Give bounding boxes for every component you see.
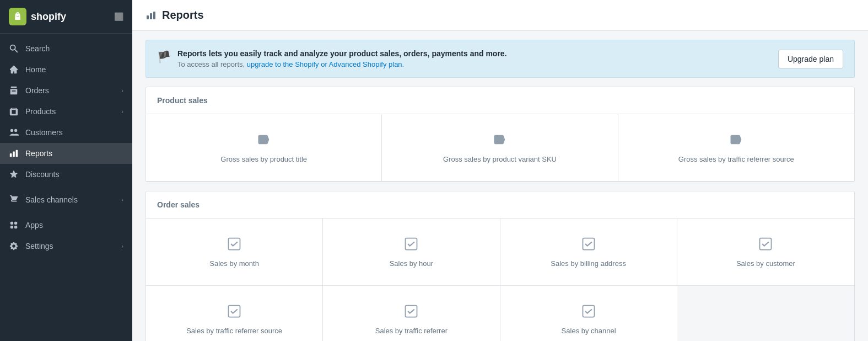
report-label-sales-by-traffic-source: Sales by traffic referrer source <box>186 327 282 335</box>
customers-icon <box>9 127 19 137</box>
svg-rect-0 <box>229 238 240 250</box>
product-sales-section: Product sales Gross sales by product tit… <box>145 87 855 182</box>
sidebar-item-products[interactable]: Products › <box>0 101 132 122</box>
discounts-icon <box>9 169 19 179</box>
settings-icon <box>9 241 19 251</box>
tag-icon-3 <box>729 132 744 150</box>
logo-text: shopify <box>31 11 66 23</box>
sidebar-item-settings-label: Settings <box>25 242 53 251</box>
page-title: Reports <box>162 9 204 22</box>
content-area: Product sales Gross sales by product tit… <box>132 78 868 341</box>
report-label-gross-by-referrer: Gross sales by traffic referrer source <box>678 155 794 163</box>
report-label-gross-by-title: Gross sales by product title <box>220 155 307 163</box>
sidebar-item-search[interactable]: Search <box>0 38 132 59</box>
report-label-sales-by-billing: Sales by billing address <box>551 259 626 268</box>
sidebar-item-sales-channels[interactable]: Sales channels › <box>0 189 132 210</box>
svg-rect-4 <box>229 306 240 317</box>
sidebar-item-reports[interactable]: Reports <box>0 143 132 164</box>
sidebar-item-orders[interactable]: Orders › <box>0 80 132 101</box>
sidebar-item-discounts-label: Discounts <box>25 170 59 179</box>
page-header: Reports <box>132 0 868 31</box>
report-card-gross-by-sku[interactable]: Gross sales by product variant SKU <box>382 114 618 182</box>
checkbox-icon-4 <box>758 236 773 254</box>
checkbox-icon-2 <box>403 236 419 254</box>
orders-chevron-icon: › <box>121 87 123 94</box>
report-card-gross-by-title[interactable]: Gross sales by product title <box>146 114 382 182</box>
banner-main-text: Reports lets you easily track and analyz… <box>177 49 507 58</box>
report-label-sales-by-hour: Sales by hour <box>390 259 434 268</box>
sidebar-item-customers[interactable]: Customers <box>0 122 132 143</box>
shopify-bag-icon <box>9 8 26 25</box>
apps-icon <box>9 220 19 230</box>
report-card-empty <box>677 286 854 341</box>
logo-left: shopify <box>9 8 66 25</box>
order-sales-grid-row1: Sales by month Sales by hour Sales by bi… <box>146 219 854 286</box>
report-card-sales-by-customer[interactable]: Sales by customer <box>677 219 854 286</box>
sidebar-item-products-label: Products <box>25 107 56 116</box>
checkbox-icon-7 <box>581 303 596 321</box>
products-icon <box>9 106 19 116</box>
report-label-sales-by-month: Sales by month <box>209 259 259 268</box>
svg-rect-5 <box>406 306 417 317</box>
report-card-sales-by-billing[interactable]: Sales by billing address <box>500 219 677 286</box>
report-card-sales-by-month[interactable]: Sales by month <box>146 219 323 286</box>
sales-channels-icon <box>9 195 19 205</box>
report-label-sales-by-channel: Sales by channel <box>562 327 616 335</box>
banner-text: Reports lets you easily track and analyz… <box>177 49 507 68</box>
checkbox-icon-1 <box>227 236 242 254</box>
bag-svg <box>12 11 23 22</box>
tag-icon-2 <box>492 132 508 150</box>
report-card-sales-by-traffic-source[interactable]: Sales by traffic referrer source <box>146 286 323 341</box>
sidebar-item-apps-label: Apps <box>25 221 43 230</box>
sidebar-item-home[interactable]: Home <box>0 59 132 80</box>
tag-icon-1 <box>256 132 272 150</box>
report-card-sales-by-channel[interactable]: Sales by channel <box>500 286 677 341</box>
report-card-sales-by-traffic[interactable]: Sales by traffic referrer <box>323 286 500 341</box>
svg-rect-1 <box>406 238 417 250</box>
report-card-gross-by-referrer[interactable]: Gross sales by traffic referrer source <box>618 114 854 182</box>
sidebar-item-search-label: Search <box>25 44 50 53</box>
banner-sub-text: To access all reports, upgrade to the Sh… <box>177 60 507 68</box>
home-icon <box>9 65 19 74</box>
settings-chevron-icon: › <box>121 243 123 249</box>
report-label-sales-by-customer: Sales by customer <box>736 259 795 268</box>
reports-header-icon <box>145 10 157 21</box>
svg-rect-6 <box>583 306 595 317</box>
sidebar-item-settings[interactable]: Settings › <box>0 236 132 257</box>
sidebar-item-apps[interactable]: Apps <box>0 215 132 236</box>
main-content: Reports 🏴 Reports lets you easily track … <box>132 0 868 341</box>
report-card-sales-by-hour[interactable]: Sales by hour <box>323 219 500 286</box>
sidebar-item-home-label: Home <box>25 65 46 74</box>
sidebar-logo: shopify ⬜ <box>0 0 132 34</box>
svg-rect-2 <box>583 238 594 250</box>
reports-icon <box>9 148 19 158</box>
order-sales-grid-row2: Sales by traffic referrer source Sales b… <box>146 286 854 341</box>
checkbox-icon-6 <box>403 303 419 321</box>
product-sales-grid: Gross sales by product title Gross sales… <box>146 114 854 182</box>
svg-rect-3 <box>760 238 772 250</box>
upgrade-link[interactable]: upgrade to the Shopify or Advanced Shopi… <box>247 60 404 68</box>
products-chevron-icon: › <box>121 108 123 115</box>
report-label-sales-by-traffic: Sales by traffic referrer <box>375 327 448 335</box>
sales-channels-chevron-icon: › <box>121 196 123 203</box>
report-label-gross-by-sku: Gross sales by product variant SKU <box>443 155 557 163</box>
checkbox-icon-3 <box>581 236 596 254</box>
checkbox-icon-5 <box>227 303 242 321</box>
orders-icon <box>9 86 19 95</box>
sidebar-item-sales-channels-label: Sales channels <box>25 195 78 204</box>
product-sales-header: Product sales <box>146 87 854 114</box>
order-sales-section: Order sales Sales by month Sales by hour <box>145 191 855 341</box>
upgrade-banner: 🏴 Reports lets you easily track and anal… <box>145 40 855 78</box>
sidebar-item-reports-label: Reports <box>25 149 52 158</box>
sidebar-nav: Search Home Orders › Products › Customer… <box>0 34 132 341</box>
sidebar-item-customers-label: Customers <box>25 128 63 137</box>
external-link-icon[interactable]: ⬜ <box>114 12 123 21</box>
banner-flag-icon: 🏴 <box>157 50 171 63</box>
sidebar-item-orders-label: Orders <box>25 86 49 95</box>
sidebar-item-discounts[interactable]: Discounts <box>0 164 132 185</box>
order-sales-header: Order sales <box>146 191 854 219</box>
search-icon <box>9 44 19 54</box>
upgrade-plan-button[interactable]: Upgrade plan <box>778 50 843 68</box>
sidebar: shopify ⬜ Search Home Orders › Products … <box>0 0 132 341</box>
banner-left: 🏴 Reports lets you easily track and anal… <box>157 49 507 68</box>
